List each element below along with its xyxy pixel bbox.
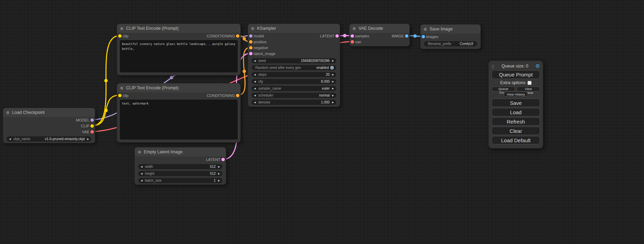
arrow-right-icon[interactable] bbox=[332, 87, 334, 90]
toggle-knob[interactable] bbox=[330, 66, 334, 70]
arrow-left-icon[interactable] bbox=[254, 94, 256, 97]
node-title-bar[interactable]: VAE Decode bbox=[350, 24, 409, 33]
link-midpoint-dot[interactable] bbox=[343, 34, 346, 37]
node-title-bar[interactable]: Save Image bbox=[421, 25, 480, 34]
node-load-checkpoint[interactable]: Load Checkpoint MODEL CLIP VAE ckpt_name… bbox=[3, 108, 95, 143]
extra-options-row: Extra options bbox=[492, 80, 540, 86]
widget-random-seed-toggle[interactable]: Random seed after every gen enabled bbox=[252, 65, 336, 70]
node-vae-decode[interactable]: VAE Decode samples IMAGE vae bbox=[349, 24, 410, 46]
arrow-left-icon[interactable] bbox=[141, 179, 142, 182]
collapse-dot[interactable] bbox=[251, 27, 254, 30]
comfy-menu-panel[interactable]: Queue size: 0 Queue Prompt Extra options… bbox=[488, 61, 543, 148]
arrow-right-icon[interactable] bbox=[332, 80, 334, 83]
refresh-button[interactable]: Refresh bbox=[492, 117, 540, 126]
graph-canvas[interactable]: Load Checkpoint MODEL CLIP VAE ckpt_name… bbox=[0, 0, 644, 244]
output-port-conditioning[interactable] bbox=[236, 34, 239, 38]
arrow-right-icon[interactable] bbox=[332, 101, 334, 103]
widget-value: 8.000 bbox=[321, 80, 330, 83]
output-port-model[interactable] bbox=[90, 118, 94, 122]
widget-denoise[interactable]: denoise 1.000 bbox=[252, 100, 336, 105]
load-button[interactable]: Load bbox=[492, 108, 540, 116]
output-port-vae[interactable] bbox=[90, 130, 94, 134]
widget-sampler-name[interactable]: sampler_name euler bbox=[252, 86, 336, 91]
extra-options-checkbox[interactable] bbox=[528, 81, 531, 85]
drag-handle-icon[interactable] bbox=[492, 63, 494, 69]
link-midpoint-dot[interactable] bbox=[104, 109, 108, 112]
arrow-right-icon[interactable] bbox=[218, 172, 220, 175]
widget-height[interactable]: height 512 bbox=[138, 171, 222, 176]
queue-front-button[interactable]: Queue Front bbox=[492, 87, 515, 91]
arrow-left-icon[interactable] bbox=[141, 165, 142, 168]
output-port-conditioning[interactable] bbox=[236, 94, 239, 97]
input-port-images[interactable] bbox=[422, 35, 425, 38]
input-port-negative[interactable] bbox=[249, 46, 253, 49]
widget-batch-size[interactable]: batch_size 1 bbox=[138, 178, 222, 183]
link-midpoint-dot[interactable] bbox=[242, 37, 246, 40]
arrow-left-icon[interactable] bbox=[254, 80, 256, 83]
view-queue-button[interactable]: View Queue bbox=[517, 87, 540, 91]
widget-seed[interactable]: seed 156680208700286 bbox=[252, 58, 336, 63]
collapse-dot[interactable] bbox=[6, 111, 9, 114]
arrow-right-icon[interactable] bbox=[332, 60, 334, 62]
node-clip-text-encode-negative[interactable]: CLIP Text Encode (Prompt) clip CONDITION… bbox=[117, 83, 241, 143]
arrow-left-icon[interactable] bbox=[254, 87, 256, 90]
widget-steps[interactable]: steps 20 bbox=[252, 72, 336, 77]
arrow-left-icon[interactable] bbox=[254, 73, 256, 76]
queue-prompt-button[interactable]: Queue Prompt bbox=[492, 70, 540, 79]
input-port-latent-image[interactable] bbox=[249, 52, 253, 55]
output-port-clip[interactable] bbox=[90, 124, 94, 128]
arrow-right-icon[interactable] bbox=[332, 73, 334, 76]
arrow-left-icon[interactable] bbox=[141, 172, 142, 175]
input-port-positive[interactable] bbox=[249, 40, 253, 44]
gear-icon[interactable] bbox=[536, 63, 540, 69]
collapse-dot[interactable] bbox=[138, 151, 141, 154]
arrow-left-icon[interactable] bbox=[9, 138, 11, 140]
output-port-latent[interactable] bbox=[335, 34, 339, 38]
slot-label: CONDITIONING bbox=[207, 93, 235, 98]
input-port-clip[interactable] bbox=[118, 94, 122, 97]
positive-prompt-textarea[interactable]: beautiful scenery nature glass bottle la… bbox=[120, 40, 238, 72]
node-title-bar[interactable]: KSampler bbox=[248, 24, 340, 33]
view-history-button[interactable]: View History bbox=[504, 92, 528, 97]
arrow-right-icon[interactable] bbox=[218, 179, 220, 182]
widget-scheduler[interactable]: scheduler normal bbox=[252, 93, 336, 98]
input-port-model[interactable] bbox=[249, 34, 253, 38]
node-title-bar[interactable]: CLIP Text Encode (Prompt) bbox=[117, 83, 240, 92]
link-midpoint-dot[interactable] bbox=[170, 76, 173, 79]
input-port-samples[interactable] bbox=[351, 34, 354, 38]
link-midpoint-dot[interactable] bbox=[413, 34, 417, 38]
link-midpoint-dot[interactable] bbox=[104, 79, 108, 82]
save-button[interactable]: Save bbox=[492, 99, 540, 107]
input-slot-images: images bbox=[421, 34, 480, 39]
collapse-dot[interactable] bbox=[424, 28, 427, 31]
collapse-dot[interactable] bbox=[120, 27, 123, 30]
node-save-image[interactable]: Save Image images filename_prefix ComfyU… bbox=[420, 24, 481, 49]
link-midpoint-dot[interactable] bbox=[242, 70, 246, 73]
widget-name: Random seed after every gen bbox=[255, 66, 301, 70]
node-empty-latent-image[interactable]: Empty Latent Image LATENT width 512 heig… bbox=[134, 147, 226, 185]
widget-ckpt-name[interactable]: ckpt_name v1-5-pruned-emaonly.ckpt bbox=[7, 136, 91, 142]
collapse-dot[interactable] bbox=[353, 27, 356, 30]
load-default-button[interactable]: Load Default bbox=[492, 136, 540, 144]
widget-cfg[interactable]: cfg 8.000 bbox=[252, 79, 336, 84]
widget-filename-prefix[interactable]: filename_prefix ComfyUI bbox=[424, 41, 477, 46]
output-port-latent[interactable] bbox=[221, 158, 225, 161]
input-slot-positive: positive bbox=[248, 39, 340, 45]
node-clip-text-encode-positive[interactable]: CLIP Text Encode (Prompt) clip CONDITION… bbox=[117, 24, 241, 75]
clear-button[interactable]: Clear bbox=[492, 127, 540, 135]
arrow-right-icon[interactable] bbox=[332, 94, 334, 97]
node-title-bar[interactable]: Empty Latent Image bbox=[135, 147, 226, 156]
arrow-left-icon[interactable] bbox=[254, 101, 256, 103]
arrow-right-icon[interactable] bbox=[87, 138, 89, 140]
node-title-bar[interactable]: CLIP Text Encode (Prompt) bbox=[117, 24, 240, 33]
node-title-bar[interactable]: Load Checkpoint bbox=[3, 108, 95, 117]
collapse-dot[interactable] bbox=[120, 87, 123, 90]
arrow-left-icon[interactable] bbox=[254, 60, 256, 62]
input-port-clip[interactable] bbox=[118, 34, 122, 38]
widget-width[interactable]: width 512 bbox=[138, 164, 222, 169]
input-port-vae[interactable] bbox=[351, 40, 354, 44]
node-ksampler[interactable]: KSampler model LATENT positive negative … bbox=[248, 24, 340, 107]
negative-prompt-textarea[interactable]: text, watermark bbox=[120, 100, 238, 139]
arrow-right-icon[interactable] bbox=[218, 165, 220, 168]
output-port-image[interactable] bbox=[405, 34, 408, 38]
